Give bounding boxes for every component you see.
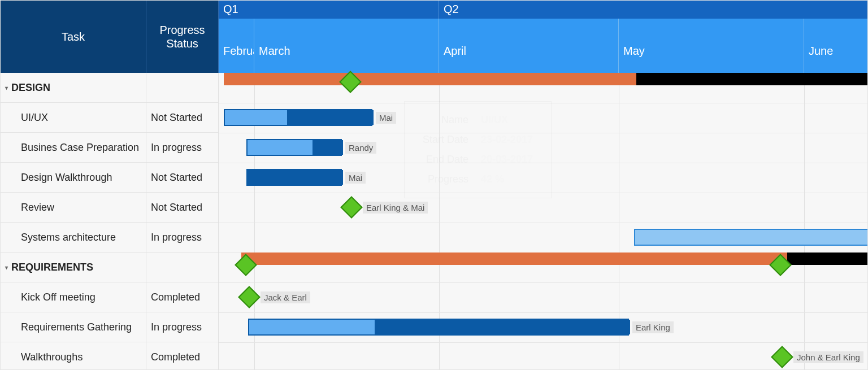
task-name: UI/UX: [21, 112, 48, 124]
bar-track: John & Earl King: [219, 342, 867, 370]
resource-label: Mai: [376, 112, 396, 124]
bar-track: [219, 73, 867, 103]
task-row[interactable]: Design Walkthrough: [1, 163, 146, 193]
task-name: Kick Off meeting: [21, 291, 96, 303]
status-column: Not StartedIn progressNot StartedNot Sta…: [146, 73, 219, 370]
resource-label: John & Earl King: [793, 351, 863, 363]
header-left: Task Progress Status: [1, 1, 219, 73]
status-cell: In progress: [146, 312, 218, 342]
resource-label: Randy: [345, 142, 376, 154]
task-row[interactable]: Busines Case Preparation: [1, 133, 146, 163]
chart-area[interactable]: MaiRandyMaiEarl King & MaiJack & EarlEar…: [219, 73, 867, 370]
resource-label: Earl King: [632, 321, 674, 333]
task-row[interactable]: Review: [1, 193, 146, 223]
summary-progress: [224, 73, 636, 85]
task-name: Walkthroughs: [21, 351, 83, 363]
status-cell: Not Started: [146, 193, 218, 223]
task-row[interactable]: Kick Off meeting: [1, 282, 146, 312]
header: Task Progress Status Q1Q2 FebruaMarchApr…: [1, 1, 867, 73]
status-cell: Not Started: [146, 103, 218, 133]
task-progress: [248, 170, 343, 185]
left-columns: ▾DESIGNUI/UXBusines Case PreparationDesi…: [1, 73, 219, 370]
task-name: REQUIREMENTS: [11, 262, 93, 273]
resource-label: Jack & Earl: [261, 291, 310, 303]
month-cell[interactable]: March: [254, 19, 439, 73]
status-cell: [146, 253, 218, 282]
bar-track: [219, 253, 867, 282]
month-cell[interactable]: June: [804, 19, 868, 73]
milestone-icon[interactable]: [771, 346, 793, 368]
bar-track: Earl King: [219, 312, 867, 342]
summary-progress: [241, 253, 787, 265]
quarter-row: Q1Q2: [219, 1, 868, 19]
task-bar[interactable]: [246, 139, 342, 156]
task-bar[interactable]: [634, 229, 868, 246]
task-row[interactable]: Requirements Gathering: [1, 312, 146, 342]
task-progress: [375, 320, 630, 334]
header-timescale: Q1Q2 FebruaMarchAprilMayJune: [219, 1, 868, 73]
month-cell[interactable]: May: [619, 19, 804, 73]
tooltip: NameUI/UXStart Date23-02-2017End Date20-…: [404, 101, 552, 198]
month-cell[interactable]: April: [439, 19, 619, 73]
task-bar[interactable]: [224, 109, 372, 126]
task-progress: [313, 140, 343, 155]
status-cell: [146, 73, 218, 103]
status-cell: Completed: [146, 282, 218, 312]
quarter-cell[interactable]: Q2: [439, 1, 868, 19]
task-name: Requirements Gathering: [21, 321, 132, 333]
task-bar[interactable]: [248, 319, 629, 336]
bar-track: [219, 223, 867, 253]
task-column: ▾DESIGNUI/UXBusines Case PreparationDesi…: [1, 73, 146, 370]
task-name: Review: [21, 202, 54, 214]
milestone-icon[interactable]: [238, 286, 261, 308]
milestone-icon[interactable]: [340, 196, 363, 219]
status-cell: Completed: [146, 342, 218, 370]
task-name: DESIGN: [11, 82, 50, 94]
task-bar[interactable]: [246, 169, 342, 186]
task-name: Systems architecture: [21, 232, 116, 243]
task-row-parent[interactable]: ▾DESIGN: [1, 73, 146, 103]
status-cell: In progress: [146, 133, 218, 163]
month-row: FebruaMarchAprilMayJune: [219, 19, 868, 73]
resource-label: Earl King & Mai: [363, 202, 428, 214]
body: ▾DESIGNUI/UXBusines Case PreparationDesi…: [1, 73, 867, 370]
task-progress: [287, 110, 374, 125]
header-status[interactable]: Progress Status: [146, 1, 219, 73]
task-row[interactable]: UI/UX: [1, 103, 146, 133]
header-task[interactable]: Task: [1, 1, 146, 73]
bar-track: Jack & Earl: [219, 282, 867, 312]
task-row[interactable]: Systems architecture: [1, 223, 146, 253]
status-cell: In progress: [146, 223, 218, 253]
task-row-parent[interactable]: ▾REQUIREMENTS: [1, 253, 146, 282]
task-row[interactable]: Walkthroughs: [1, 342, 146, 370]
resource-label: Mai: [345, 172, 366, 184]
collapse-icon[interactable]: ▾: [5, 85, 8, 91]
quarter-cell[interactable]: Q1: [219, 1, 439, 19]
collapse-icon[interactable]: ▾: [5, 264, 8, 271]
month-cell[interactable]: Februa: [219, 19, 254, 73]
status-cell: Not Started: [146, 163, 218, 193]
gantt-chart: Task Progress Status Q1Q2 FebruaMarchApr…: [0, 0, 868, 370]
task-name: Busines Case Preparation: [21, 142, 139, 154]
task-name: Design Walkthrough: [21, 172, 112, 184]
